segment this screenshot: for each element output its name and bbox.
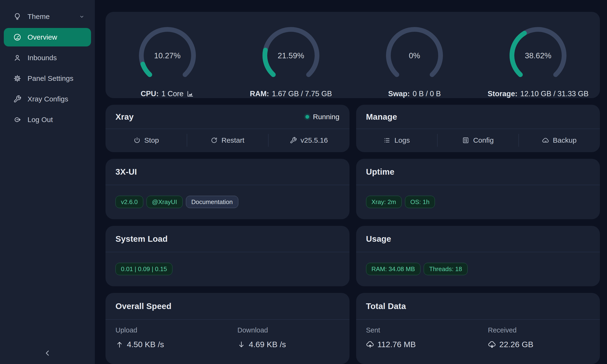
xray-actions: StopRestartv25.5.16 (106, 129, 349, 152)
sidebar-item-theme[interactable]: Theme (4, 7, 91, 26)
stat-upload: Upload4.50 KB /s (106, 326, 227, 349)
sidebar-item-xray-configs[interactable]: Xray Configs (4, 90, 91, 108)
user-icon (13, 54, 21, 62)
sidebar-item-label: Inbounds (27, 54, 57, 62)
action-label: v25.5.16 (301, 136, 328, 144)
tag-threads-18: Threads: 18 (424, 263, 468, 275)
gauge-ram: 21.59%RAM:1.67 GB / 7.75 GB (229, 26, 353, 98)
sidebar-item-overview[interactable]: Overview (4, 28, 91, 46)
gauge-label-value: 12.10 GB / 31.33 GB (520, 90, 589, 98)
gauge-icon (13, 33, 21, 41)
gauge-percent: 21.59% (261, 51, 321, 60)
total-data-card: Total DataSent112.76 MBReceived22.26 GB (356, 293, 600, 364)
wrench-icon (290, 137, 297, 144)
total-data-card-title: Total Data (366, 301, 406, 311)
sidebar-item-label: Panel Settings (27, 74, 73, 82)
card-header: Uptime (356, 159, 600, 185)
gear-icon (13, 74, 21, 82)
sidebar-item-label: Theme (27, 13, 50, 21)
usage-card: UsageRAM: 34.08 MBThreads: 18 (356, 226, 600, 286)
gauge-ring: 10.27% (138, 26, 197, 81)
tag-documentation[interactable]: Documentation (186, 196, 238, 208)
info-card-row: System Load0.01 | 0.09 | 0.15UsageRAM: 3… (106, 226, 600, 286)
card-header: 3X-UI (106, 159, 349, 185)
sidebar-item-label: Overview (27, 33, 57, 41)
stat-value-text: 4.50 KB /s (127, 340, 164, 349)
info-card-row: 3X-UIv2.6.0@XrayUIDocumentationUptimeXra… (106, 159, 600, 219)
manage-card-header: Manage (356, 105, 600, 129)
sidebar-item-log-out[interactable]: Log Out (4, 110, 91, 129)
card-header: Overall Speed (106, 293, 349, 320)
list-icon (383, 137, 391, 144)
backup-button[interactable]: Backup (519, 129, 600, 152)
sliders-icon (462, 137, 469, 144)
info-card-rows: 3X-UIv2.6.0@XrayUIDocumentationUptimeXra… (106, 159, 600, 286)
stat-value: 112.76 MB (366, 340, 478, 349)
tag-0-01-0-09-0-15: 0.01 | 0.09 | 0.15 (116, 263, 172, 275)
gauge-label-prefix: CPU: (141, 90, 159, 98)
stat-label: Received (488, 326, 600, 334)
v25-5-16-button[interactable]: v25.5.16 (268, 129, 349, 152)
gauge-percent: 0% (385, 51, 444, 60)
gauge-label: RAM:1.67 GB / 7.75 GB (250, 90, 332, 98)
sidebar-item-inbounds[interactable]: Inbounds (4, 49, 91, 67)
stat-value: 22.26 GB (488, 340, 600, 349)
manage-card-title: Manage (366, 112, 397, 122)
tag-list: v2.6.0@XrayUIDocumentation (106, 185, 349, 219)
gauge-label-value: 0 B / 0 B (413, 90, 441, 98)
sidebar-collapse-button[interactable] (43, 348, 52, 358)
gauge-label: CPU:1 Core (141, 90, 194, 98)
logs-button[interactable]: Logs (356, 129, 437, 152)
logout-icon (13, 116, 21, 124)
manage-actions: LogsConfigBackup (356, 129, 600, 152)
stats-row: Overall SpeedUpload4.50 KB /sDownload4.6… (106, 293, 600, 364)
stat-list: Upload4.50 KB /sDownload4.69 KB /s (106, 320, 349, 349)
xray-status-badge: Running (305, 113, 340, 121)
gauge-label-value: 1 Core (161, 90, 184, 98)
gauge-label-prefix: Swap: (388, 90, 410, 98)
gauge-ring: 0% (385, 26, 444, 81)
config-button[interactable]: Config (437, 129, 519, 152)
overall-speed-card: Overall SpeedUpload4.50 KB /sDownload4.6… (106, 293, 349, 364)
xray-card-header: Xray Running (106, 105, 349, 129)
stat-value-text: 4.69 KB /s (249, 340, 286, 349)
stat-value-text: 112.76 MB (378, 340, 416, 349)
card-header: System Load (106, 226, 349, 252)
gauge-label-prefix: Storage: (488, 90, 518, 98)
gauge-label-prefix: RAM: (250, 90, 269, 98)
xray-card: Xray Running StopRestartv25.5.16 (106, 105, 349, 152)
running-dot-icon (305, 115, 309, 119)
cloud-icon (542, 137, 549, 144)
gauge-label: Storage:12.10 GB / 31.33 GB (488, 90, 589, 98)
card-header: Total Data (356, 293, 600, 320)
manage-card: Manage LogsConfigBackup (356, 105, 600, 152)
gauge-label-value: 1.67 GB / 7.75 GB (272, 90, 332, 98)
area-chart-icon[interactable] (186, 90, 194, 98)
tag-list: 0.01 | 0.09 | 0.15 (106, 252, 349, 286)
sidebar-menu: ThemeOverviewInboundsPanel SettingsXray … (0, 7, 95, 129)
stat-value: 4.69 KB /s (237, 340, 349, 349)
stat-value: 4.50 KB /s (116, 340, 227, 349)
action-label: Backup (553, 136, 577, 144)
action-label: Stop (145, 136, 159, 144)
tag-v2-6-0[interactable]: v2.6.0 (116, 196, 143, 208)
xray-card-title: Xray (116, 112, 134, 122)
stat-download: Download4.69 KB /s (227, 326, 349, 349)
tag-ram-34-08-mb: RAM: 34.08 MB (366, 263, 421, 275)
system-gauges-card: 10.27%CPU:1 Core21.59%RAM:1.67 GB / 7.75… (106, 12, 600, 98)
main-content: 10.27%CPU:1 Core21.59%RAM:1.67 GB / 7.75… (95, 0, 607, 364)
service-row: Xray Running StopRestartv25.5.16 Manage … (106, 105, 600, 152)
stop-button[interactable]: Stop (106, 129, 187, 152)
bulb-icon (13, 13, 21, 21)
restart-button[interactable]: Restart (187, 129, 268, 152)
usage-card-title: Usage (366, 234, 391, 244)
tag-list: RAM: 34.08 MBThreads: 18 (356, 252, 600, 286)
3x-ui-card: 3X-UIv2.6.0@XrayUIDocumentation (106, 159, 349, 219)
action-label: Restart (222, 136, 244, 144)
tag-xrayui[interactable]: @XrayUI (146, 196, 183, 208)
sidebar-item-panel-settings[interactable]: Panel Settings (4, 69, 91, 88)
stat-list: Sent112.76 MBReceived22.26 GB (356, 320, 600, 349)
overall-speed-card-title: Overall Speed (116, 301, 172, 311)
stat-received: Received22.26 GB (478, 326, 600, 349)
arrow-down-icon (237, 340, 245, 349)
